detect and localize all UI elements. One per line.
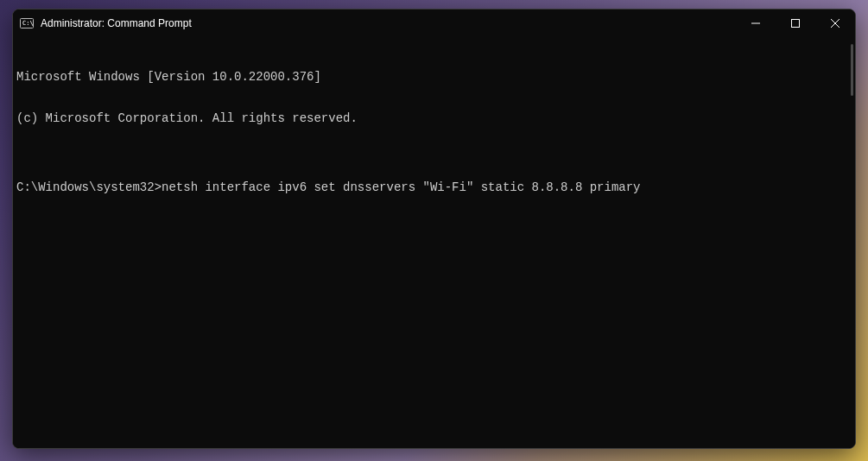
version-line: Microsoft Windows [Version 10.0.22000.37… [16,70,852,84]
prompt-path: C:\Windows\system32> [16,180,162,194]
terminal-area[interactable]: Microsoft Windows [Version 10.0.22000.37… [13,37,855,448]
cmd-icon: C:\ [20,16,34,30]
scrollbar-thumb[interactable] [851,44,853,96]
window-controls [736,9,855,37]
copyright-line: (c) Microsoft Corporation. All rights re… [16,111,852,125]
close-button[interactable] [815,9,855,37]
command-prompt-window: C:\ Administrator: Command Prompt [12,9,856,449]
maximize-button[interactable] [776,9,815,37]
window-title: Administrator: Command Prompt [41,17,192,29]
typed-command: netsh interface ipv6 set dnsservers "Wi-… [162,180,641,194]
svg-rect-3 [792,20,800,28]
prompt-line: C:\Windows\system32>netsh interface ipv6… [16,180,852,194]
titlebar[interactable]: C:\ Administrator: Command Prompt [13,9,855,37]
svg-text:C:\: C:\ [22,20,34,27]
desktop-background: C:\ Administrator: Command Prompt [0,0,868,461]
minimize-button[interactable] [736,9,776,37]
